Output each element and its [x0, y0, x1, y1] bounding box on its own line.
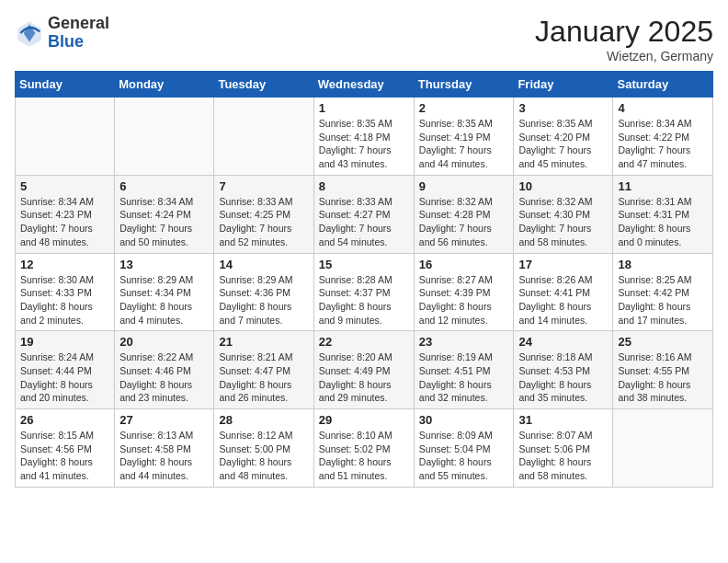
calendar-cell: 14Sunrise: 8:29 AM Sunset: 4:36 PM Dayli… [214, 253, 313, 331]
calendar-cell: 12Sunrise: 8:30 AM Sunset: 4:33 PM Dayli… [16, 253, 115, 331]
day-header-friday: Friday [514, 72, 613, 98]
calendar-week-2: 5Sunrise: 8:34 AM Sunset: 4:23 PM Daylig… [16, 175, 713, 253]
calendar-cell: 11Sunrise: 8:31 AM Sunset: 4:31 PM Dayli… [613, 175, 713, 253]
day-number: 11 [618, 179, 708, 193]
day-number: 8 [319, 179, 409, 193]
calendar-cell: 27Sunrise: 8:13 AM Sunset: 4:58 PM Dayli… [115, 409, 214, 488]
calendar-cell: 1Sunrise: 8:35 AM Sunset: 4:18 PM Daylig… [313, 98, 414, 176]
calendar-cell: 30Sunrise: 8:09 AM Sunset: 5:04 PM Dayli… [414, 409, 514, 488]
day-number: 12 [20, 258, 109, 271]
day-info: Sunrise: 8:12 AM Sunset: 5:00 PM Dayligh… [219, 429, 308, 483]
calendar-cell [214, 98, 313, 176]
calendar-cell: 6Sunrise: 8:34 AM Sunset: 4:24 PM Daylig… [115, 175, 214, 253]
calendar-cell: 25Sunrise: 8:16 AM Sunset: 4:55 PM Dayli… [613, 331, 713, 409]
day-number: 17 [518, 258, 608, 271]
day-number: 20 [119, 335, 209, 349]
calendar-cell: 10Sunrise: 8:32 AM Sunset: 4:30 PM Dayli… [514, 175, 613, 253]
calendar-week-5: 26Sunrise: 8:15 AM Sunset: 4:56 PM Dayli… [16, 409, 713, 488]
calendar-cell: 18Sunrise: 8:25 AM Sunset: 4:42 PM Dayli… [613, 253, 713, 331]
calendar-cell [16, 98, 115, 176]
day-header-wednesday: Wednesday [313, 72, 414, 98]
day-number: 30 [419, 413, 509, 427]
day-header-monday: Monday [115, 72, 214, 98]
day-number: 9 [419, 179, 509, 193]
day-info: Sunrise: 8:35 AM Sunset: 4:19 PM Dayligh… [419, 117, 509, 171]
day-number: 23 [419, 335, 509, 349]
day-number: 31 [518, 413, 608, 427]
day-info: Sunrise: 8:09 AM Sunset: 5:04 PM Dayligh… [419, 429, 509, 483]
day-info: Sunrise: 8:34 AM Sunset: 4:24 PM Dayligh… [119, 195, 209, 249]
day-info: Sunrise: 8:34 AM Sunset: 4:23 PM Dayligh… [20, 195, 109, 249]
day-info: Sunrise: 8:33 AM Sunset: 4:25 PM Dayligh… [219, 195, 308, 249]
calendar-cell: 22Sunrise: 8:20 AM Sunset: 4:49 PM Dayli… [313, 331, 414, 409]
calendar-week-3: 12Sunrise: 8:30 AM Sunset: 4:33 PM Dayli… [16, 253, 713, 331]
day-number: 1 [319, 101, 409, 115]
day-number: 3 [518, 101, 608, 115]
day-number: 15 [319, 258, 409, 271]
day-info: Sunrise: 8:34 AM Sunset: 4:22 PM Dayligh… [618, 117, 708, 171]
page-header: General Blue January 2025 Wietzen, Germa… [15, 15, 713, 63]
calendar-cell: 26Sunrise: 8:15 AM Sunset: 4:56 PM Dayli… [16, 409, 115, 488]
day-info: Sunrise: 8:21 AM Sunset: 4:47 PM Dayligh… [219, 350, 308, 405]
day-info: Sunrise: 8:31 AM Sunset: 4:31 PM Dayligh… [618, 195, 708, 249]
day-info: Sunrise: 8:35 AM Sunset: 4:20 PM Dayligh… [518, 117, 608, 171]
calendar-cell: 5Sunrise: 8:34 AM Sunset: 4:23 PM Daylig… [16, 175, 115, 253]
location: Wietzen, Germany [535, 49, 713, 63]
day-info: Sunrise: 8:28 AM Sunset: 4:37 PM Dayligh… [319, 273, 409, 327]
day-info: Sunrise: 8:26 AM Sunset: 4:41 PM Dayligh… [518, 273, 608, 327]
day-info: Sunrise: 8:32 AM Sunset: 4:28 PM Dayligh… [419, 195, 509, 249]
logo-icon [15, 18, 44, 48]
calendar-cell: 2Sunrise: 8:35 AM Sunset: 4:19 PM Daylig… [414, 98, 514, 176]
calendar-cell: 24Sunrise: 8:18 AM Sunset: 4:53 PM Dayli… [514, 331, 613, 409]
calendar-week-1: 1Sunrise: 8:35 AM Sunset: 4:18 PM Daylig… [16, 98, 713, 176]
day-info: Sunrise: 8:29 AM Sunset: 4:34 PM Dayligh… [119, 273, 209, 327]
calendar-cell: 19Sunrise: 8:24 AM Sunset: 4:44 PM Dayli… [16, 331, 115, 409]
calendar-cell: 4Sunrise: 8:34 AM Sunset: 4:22 PM Daylig… [613, 98, 713, 176]
day-info: Sunrise: 8:15 AM Sunset: 4:56 PM Dayligh… [20, 429, 109, 483]
day-number: 7 [219, 179, 308, 193]
day-header-tuesday: Tuesday [214, 72, 313, 98]
day-number: 19 [20, 335, 109, 349]
day-number: 2 [419, 101, 509, 115]
calendar-cell [115, 98, 214, 176]
calendar-table: SundayMondayTuesdayWednesdayThursdayFrid… [15, 71, 713, 488]
calendar-cell: 16Sunrise: 8:27 AM Sunset: 4:39 PM Dayli… [414, 253, 514, 331]
day-number: 13 [119, 258, 209, 271]
calendar-cell: 20Sunrise: 8:22 AM Sunset: 4:46 PM Dayli… [115, 331, 214, 409]
day-number: 24 [518, 335, 608, 349]
day-info: Sunrise: 8:27 AM Sunset: 4:39 PM Dayligh… [419, 273, 509, 327]
day-number: 14 [219, 258, 308, 271]
day-info: Sunrise: 8:10 AM Sunset: 5:02 PM Dayligh… [319, 429, 409, 483]
day-info: Sunrise: 8:22 AM Sunset: 4:46 PM Dayligh… [119, 350, 209, 405]
logo-general: General [48, 14, 109, 32]
logo: General Blue [15, 15, 109, 52]
day-info: Sunrise: 8:20 AM Sunset: 4:49 PM Dayligh… [319, 350, 409, 405]
calendar-week-4: 19Sunrise: 8:24 AM Sunset: 4:44 PM Dayli… [16, 331, 713, 409]
day-number: 25 [618, 335, 708, 349]
day-number: 28 [219, 413, 308, 427]
day-info: Sunrise: 8:13 AM Sunset: 4:58 PM Dayligh… [119, 429, 209, 483]
day-number: 6 [119, 179, 209, 193]
calendar-cell: 8Sunrise: 8:33 AM Sunset: 4:27 PM Daylig… [313, 175, 414, 253]
day-header-thursday: Thursday [414, 72, 514, 98]
day-header-saturday: Saturday [613, 72, 713, 98]
day-number: 5 [20, 179, 109, 193]
calendar-cell: 9Sunrise: 8:32 AM Sunset: 4:28 PM Daylig… [414, 175, 514, 253]
title-block: January 2025 Wietzen, Germany [535, 15, 713, 63]
day-number: 27 [119, 413, 209, 427]
calendar-cell: 28Sunrise: 8:12 AM Sunset: 5:00 PM Dayli… [214, 409, 313, 488]
calendar-cell: 31Sunrise: 8:07 AM Sunset: 5:06 PM Dayli… [514, 409, 613, 488]
day-number: 4 [618, 101, 708, 115]
calendar-cell: 13Sunrise: 8:29 AM Sunset: 4:34 PM Dayli… [115, 253, 214, 331]
day-header-sunday: Sunday [16, 72, 115, 98]
calendar-cell: 7Sunrise: 8:33 AM Sunset: 4:25 PM Daylig… [214, 175, 313, 253]
calendar-cell: 15Sunrise: 8:28 AM Sunset: 4:37 PM Dayli… [313, 253, 414, 331]
calendar-cell: 21Sunrise: 8:21 AM Sunset: 4:47 PM Dayli… [214, 331, 313, 409]
day-info: Sunrise: 8:19 AM Sunset: 4:51 PM Dayligh… [419, 350, 509, 405]
calendar-cell [613, 409, 713, 488]
logo-text: General Blue [48, 15, 109, 52]
day-info: Sunrise: 8:29 AM Sunset: 4:36 PM Dayligh… [219, 273, 308, 327]
month-title: January 2025 [535, 15, 713, 49]
day-info: Sunrise: 8:30 AM Sunset: 4:33 PM Dayligh… [20, 273, 109, 327]
day-number: 26 [20, 413, 109, 427]
